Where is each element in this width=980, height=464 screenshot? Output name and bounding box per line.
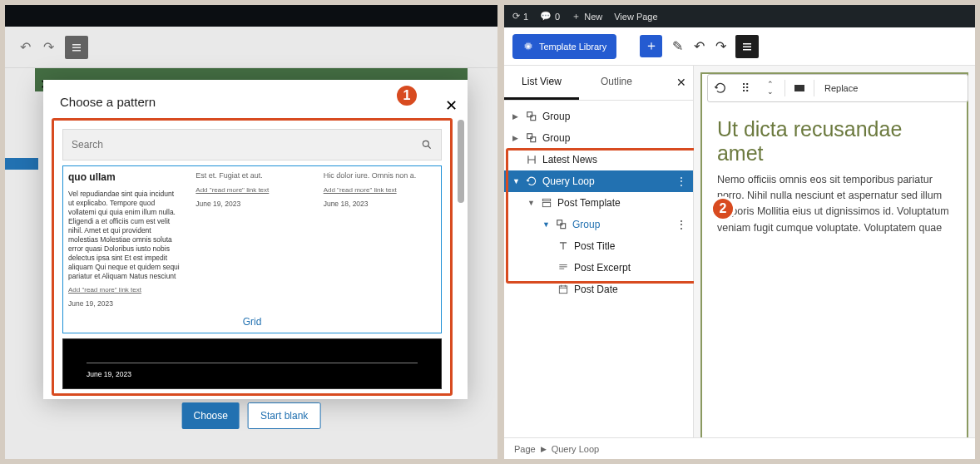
grid-col: quo ullam Vel repudiandae sint quia inci… — [68, 171, 181, 309]
pattern-label: Grid — [68, 309, 436, 328]
list-view-panel: List View Outline ✕ ▶Group ▶Group Latest… — [504, 66, 694, 459]
svg-rect-10 — [561, 224, 566, 229]
tree-node-group[interactable]: ▼Group⋮ — [504, 214, 693, 235]
svg-rect-7 — [542, 199, 550, 200]
svg-rect-5 — [527, 134, 532, 139]
more-icon[interactable]: ⋮ — [676, 219, 686, 230]
search-input[interactable] — [62, 129, 442, 160]
choose-button[interactable]: Choose — [182, 402, 240, 429]
breadcrumb: Page ▶ Query Loop — [504, 437, 975, 459]
svg-rect-11 — [559, 286, 567, 294]
group-icon — [526, 132, 537, 144]
svg-rect-8 — [542, 202, 550, 206]
read-more-link[interactable]: Add "read more" link text — [324, 186, 397, 195]
editor-canvas[interactable]: ⠿ ⌃⌄ Replace Ut dicta recusandae amet Ne… — [694, 66, 975, 459]
search-icon — [421, 139, 433, 151]
editor-toolbar: Template Library ＋ ✎ ↶ ↷ — [504, 27, 975, 66]
svg-point-0 — [423, 141, 428, 146]
admin-bar — [5, 5, 497, 27]
tree-node-post-excerpt[interactable]: Post Excerpt — [504, 257, 693, 279]
edit-icon[interactable]: ✎ — [671, 40, 684, 53]
start-blank-button[interactable]: Start blank — [248, 402, 320, 429]
post-title: quo ullam — [68, 171, 181, 185]
modal-highlight: quo ullam Vel repudiandae sint quia inci… — [52, 118, 453, 396]
svg-line-1 — [428, 146, 431, 149]
tree-node-latest[interactable]: Latest News — [504, 149, 693, 170]
loop-icon — [526, 175, 537, 187]
right-screenshot: ⟳ 1 💬 0 ＋ New View Page Template Library… — [504, 5, 975, 459]
view-page-link[interactable]: View Page — [614, 12, 657, 22]
admin-bar: ⟳ 1 💬 0 ＋ New View Page — [504, 5, 975, 27]
replace-button[interactable]: Replace — [816, 83, 866, 93]
title-icon — [557, 240, 569, 252]
loop-icon[interactable] — [708, 76, 733, 101]
post-excerpt: Est et. Fugiat et aut. — [196, 171, 308, 181]
left-screenshot: ↶ ↷ ✕ Choose a pattern ✕ quo ullam Vel r… — [5, 5, 497, 459]
undo-icon[interactable]: ↶ — [692, 40, 705, 53]
scrollbar[interactable] — [458, 120, 464, 392]
heading-icon — [526, 154, 537, 165]
drag-icon[interactable]: ⠿ — [733, 76, 758, 101]
post-date: June 19, 2023 — [68, 299, 181, 309]
tree-node-post-date[interactable]: Post Date — [504, 279, 693, 300]
search-field[interactable] — [72, 139, 421, 151]
post-date: June 19, 2023 — [196, 200, 308, 209]
tree-node-query-loop[interactable]: ▼Query Loop⋮ — [504, 170, 693, 192]
post-date: June 19, 2023 — [87, 370, 418, 378]
template-library-button[interactable]: Template Library — [512, 34, 616, 59]
align-icon[interactable] — [787, 76, 812, 101]
tree-node-post-template[interactable]: ▼Post Template — [504, 192, 693, 214]
gear-icon — [522, 41, 534, 52]
grid-col: Hic dolor iure. Omnis non a. Add "read m… — [324, 171, 436, 309]
move-icon[interactable]: ⌃⌄ — [758, 76, 783, 101]
post-date: June 18, 2023 — [324, 200, 436, 209]
group-icon — [526, 111, 537, 122]
close-icon[interactable]: ✕ — [445, 96, 458, 115]
more-icon[interactable]: ⋮ — [676, 175, 686, 187]
pattern-modal: Choose a pattern ✕ quo ullam Vel repudia… — [43, 80, 468, 399]
accent-bar — [5, 158, 38, 170]
svg-rect-12 — [794, 85, 804, 91]
tab-outline[interactable]: Outline — [579, 66, 654, 100]
read-more-link[interactable]: Add "read more" link text — [196, 186, 269, 195]
read-more-link[interactable]: Add "read more" link text — [68, 286, 141, 294]
comments-icon[interactable]: 💬 0 — [540, 11, 560, 22]
svg-rect-6 — [531, 137, 536, 142]
excerpt-icon — [557, 262, 569, 274]
close-icon[interactable]: ✕ — [676, 76, 686, 89]
template-library-label: Template Library — [539, 42, 606, 52]
breadcrumb-query-loop[interactable]: Query Loop — [552, 444, 599, 454]
post-excerpt: Vel repudiandae sint quia incidunt ut ex… — [68, 190, 181, 281]
svg-rect-3 — [527, 112, 532, 117]
annotation-badge: 2 — [710, 196, 735, 221]
breadcrumb-page[interactable]: Page — [514, 444, 536, 454]
template-icon — [541, 197, 552, 209]
pattern-grid[interactable]: quo ullam Vel repudiandae sint quia inci… — [62, 165, 442, 333]
block-toolbar: ⠿ ⌃⌄ Replace — [707, 74, 968, 102]
group-icon — [556, 219, 567, 230]
add-block-button[interactable]: ＋ — [640, 35, 662, 57]
post-excerpt: Hic dolor iure. Omnis non a. — [324, 171, 436, 181]
post-excerpt[interactable]: Nemo officiis omnis eos sit temporibus p… — [702, 172, 967, 237]
date-icon — [557, 284, 569, 295]
query-loop-block[interactable]: ⠿ ⌃⌄ Replace Ut dicta recusandae amet Ne… — [700, 72, 968, 452]
new-button[interactable]: ＋ New — [572, 10, 602, 22]
tab-list-view[interactable]: List View — [504, 66, 579, 100]
listview-icon[interactable] — [735, 35, 759, 58]
svg-rect-9 — [557, 220, 562, 225]
redo-icon[interactable]: ↷ — [714, 40, 727, 53]
tree-node-group[interactable]: ▶Group — [504, 127, 693, 149]
block-tree: ▶Group ▶Group Latest News ▼Query Loop⋮ ▼… — [504, 101, 693, 305]
grid-col: Est et. Fugiat et aut. Add "read more" l… — [196, 171, 308, 309]
pattern-dark[interactable]: June 19, 2023 — [62, 338, 442, 389]
tree-node-post-title[interactable]: Post Title — [504, 235, 693, 257]
annotation-badge: 1 — [394, 83, 419, 108]
tree-node-group[interactable]: ▶Group — [504, 106, 693, 127]
updates-icon[interactable]: ⟳ 1 — [512, 11, 528, 22]
svg-rect-4 — [531, 116, 536, 121]
